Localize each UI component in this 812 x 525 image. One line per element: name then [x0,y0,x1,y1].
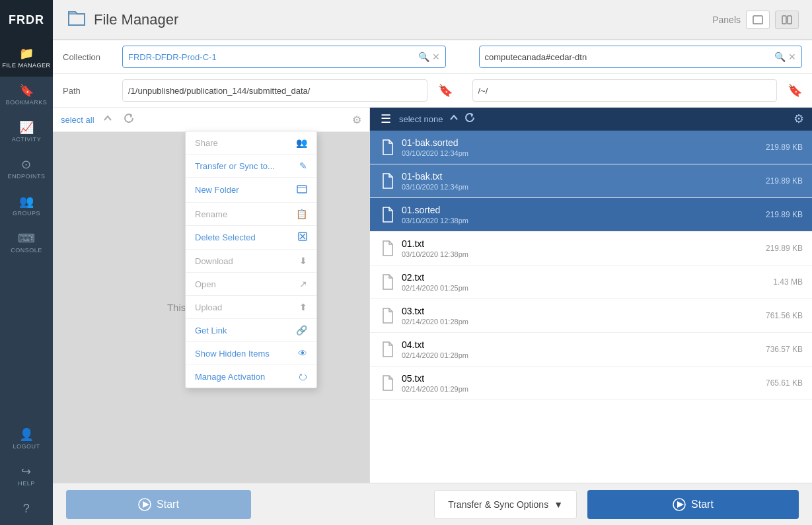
context-manage-activation[interactable]: Manage Activation ⭮ [186,365,316,388]
file-name: 05.txt [402,373,766,384]
file-icon [379,138,395,157]
file-info: 05.txt 02/14/2020 01:29pm [402,373,766,393]
hamburger-menu-button[interactable]: ☰ [378,112,394,126]
context-delete[interactable]: Delete Selected [186,226,316,250]
sidebar-item-groups[interactable]: 👥 GROUPS [0,188,53,225]
svg-marker-6 [143,501,149,508]
file-item-1[interactable]: 01-bak.txt 03/10/2020 12:34pm 219.89 KB [370,164,812,198]
file-name: 04.txt [402,339,766,350]
collection-label: Collection [63,52,116,62]
file-meta: 03/10/2020 12:38pm [402,250,766,258]
context-share[interactable]: Share 👥 [186,131,316,155]
left-settings-button[interactable]: ⚙ [352,114,361,126]
right-path-input[interactable] [478,86,772,96]
console-icon: ⌨ [18,232,36,244]
file-icon [379,239,395,258]
file-meta: 03/10/2020 12:38pm [402,217,766,225]
context-download[interactable]: Download ⬇ [186,250,316,273]
file-item-4[interactable]: 02.txt 02/14/2020 01:25pm 1.43 MB [370,265,812,299]
context-new-folder[interactable]: New Folder [186,178,316,203]
sidebar-item-account[interactable]: 👤 LOGOUT [0,421,53,458]
svg-marker-8 [677,501,684,508]
file-icon [379,273,395,291]
select-none-button[interactable]: select none [399,114,443,124]
file-meta: 03/10/2020 12:34pm [402,183,766,191]
context-get-link[interactable]: Get Link 🔗 [186,319,316,342]
file-item-0[interactable]: 01-bak.sorted 03/10/2020 12:34pm 219.89 … [370,131,812,164]
file-item-6[interactable]: 04.txt 02/14/2020 01:28pm 736.57 KB [370,333,812,367]
right-collection-search-icon[interactable]: 🔍 [774,52,786,62]
file-item-3[interactable]: 01.txt 03/10/2020 12:38pm 219.89 KB [370,232,812,265]
file-manager-icon: 📁 [19,48,34,59]
left-collection-input[interactable] [128,52,416,62]
context-open[interactable]: Open ↗ [186,273,316,296]
right-collection-input[interactable] [485,52,772,62]
collection-row: Collection 🔍 ✕ 🔍 ✕ [53,40,812,74]
sidebar-item-console[interactable]: ⌨ CONSOLE [0,225,53,262]
right-settings-button[interactable]: ⚙ [794,112,804,126]
sidebar-item-file-manager[interactable]: 📁 FILE MANAGER [0,40,53,77]
file-icon [379,205,395,224]
path-label: Path [63,86,116,96]
endpoints-icon: ⊙ [21,158,32,170]
file-size: 219.89 KB [766,176,803,186]
file-info: 01.txt 03/10/2020 12:38pm [402,238,766,258]
delete-icon [298,232,307,243]
up-directory-button[interactable] [100,112,116,127]
right-refresh-button[interactable] [464,112,475,125]
left-path-input[interactable] [128,86,422,96]
file-icon [379,306,395,325]
right-up-directory-button[interactable] [449,112,459,125]
refresh-button[interactable] [121,112,137,127]
svg-rect-2 [788,16,792,24]
left-bookmark-icon[interactable]: 🔖 [438,83,453,98]
panels-label: Panels [712,15,741,25]
file-info: 01-bak.sorted 03/10/2020 12:34pm [402,137,766,157]
sidebar: FRDR 📁 FILE MANAGER 🔖 BOOKMARKS 📈 ACTIVI… [0,0,53,525]
single-panel-button[interactable] [746,11,770,29]
right-path-input-wrap [472,79,778,102]
left-collection-search-icon[interactable]: 🔍 [418,52,429,62]
file-size: 736.57 KB [766,345,803,354]
sidebar-item-endpoints[interactable]: ⊙ ENDPOINTS [0,151,53,188]
context-upload[interactable]: Upload ⬆ [186,296,316,319]
panels-section: Panels [712,11,799,29]
help-icon: ? [23,503,30,514]
eye-icon: 👁 [298,348,307,359]
file-size: 761.56 KB [766,311,803,320]
file-meta: 02/14/2020 01:28pm [402,318,766,326]
sidebar-item-bookmarks[interactable]: 🔖 BOOKMARKS [0,77,53,114]
path-row: Path 🔖 🔖 [53,74,812,108]
file-item-7[interactable]: 05.txt 02/14/2020 01:29pm 765.61 KB [370,367,812,400]
left-collection-clear-icon[interactable]: ✕ [432,52,440,62]
share-icon: 👥 [296,137,307,148]
right-collection-clear-icon[interactable]: ✕ [788,52,796,62]
page-title: File Manager [94,11,178,28]
dual-panel-button[interactable] [775,11,799,29]
context-transfer-sync[interactable]: Transfer or Sync to... ✎ [186,155,316,178]
logout-icon: ↪ [21,466,32,477]
select-all-button[interactable]: select all [61,115,94,125]
start-left-button[interactable]: Start [66,490,251,519]
chevron-down-icon: ▼ [554,499,563,510]
file-size: 219.89 KB [766,244,803,253]
file-name: 01-bak.sorted [402,137,766,148]
file-item-5[interactable]: 03.txt 02/14/2020 01:28pm 761.56 KB [370,299,812,333]
context-menu: Share 👥 Transfer or Sync to... ✎ New Fol… [185,131,317,388]
right-bookmark-icon[interactable]: 🔖 [788,83,802,98]
start-right-button[interactable]: Start [587,490,799,519]
sidebar-item-help[interactable]: ? [0,495,53,525]
transfer-sync-options-button[interactable]: Transfer & Sync Options ▼ [434,490,577,519]
file-item-2[interactable]: 01.sorted 03/10/2020 12:38pm 219.89 KB [370,198,812,232]
activation-icon: ⭮ [298,371,307,382]
sidebar-item-logout[interactable]: ↪ HELP [0,458,53,495]
file-info: 02.txt 02/14/2020 01:25pm [402,272,773,292]
file-size: 219.89 KB [766,143,803,152]
sidebar-item-activity[interactable]: 📈 ACTIVITY [0,114,53,151]
context-rename[interactable]: Rename 📋 [186,203,316,226]
context-show-hidden[interactable]: Show Hidden Items 👁 [186,342,316,365]
file-meta: 02/14/2020 01:28pm [402,351,766,359]
file-manager-body: Collection 🔍 ✕ 🔍 ✕ Path 🔖 🔖 [53,40,812,525]
file-size: 1.43 MB [773,277,803,287]
file-meta: 02/14/2020 01:29pm [402,385,766,393]
